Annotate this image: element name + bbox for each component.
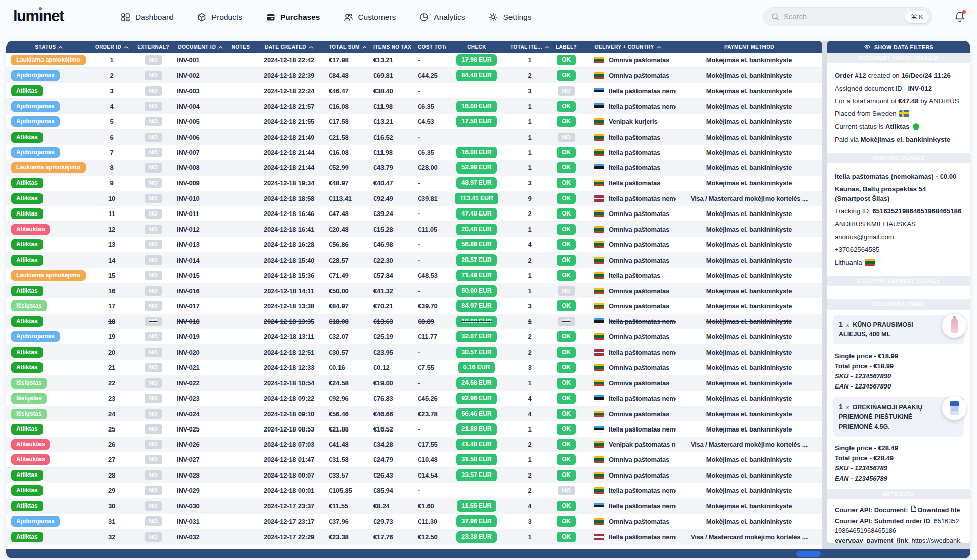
column-header-status[interactable]: STATUS bbox=[6, 44, 92, 50]
label-cell: OK bbox=[553, 252, 580, 268]
column-header-cost-total[interactable]: COST TOTAL bbox=[411, 44, 446, 50]
column-header-delivery-country[interactable]: DELIVERY + COUNTRY bbox=[580, 44, 676, 50]
sort-caret-icon[interactable] bbox=[218, 46, 223, 49]
label-cell: NO bbox=[553, 483, 580, 498]
column-header-external[interactable]: EXTERNAL? bbox=[132, 44, 175, 50]
sort-caret-icon[interactable] bbox=[309, 46, 313, 49]
table-row[interactable]: Atliktas6NOINV-0062024-12-18 21:49€21.58… bbox=[6, 130, 822, 145]
table-row[interactable]: Atliktas28NOINV-0282024-12-18 00:07€33.5… bbox=[6, 468, 822, 483]
link-text[interactable]: Download file bbox=[918, 506, 960, 514]
nav-item-settings[interactable]: Settings bbox=[488, 12, 531, 22]
search-bar[interactable]: ⌘ K bbox=[763, 7, 932, 26]
table-row[interactable]: Atliktas16NOINV-0162024-12-18 14:11€50.0… bbox=[6, 283, 822, 298]
table-row[interactable]: Atliktas13NOINV-0132024-12-18 16:28€56.8… bbox=[6, 237, 822, 252]
table-row[interactable]: Išsiųstas22NOINV-0222024-12-18 10:54€24.… bbox=[6, 375, 822, 391]
table-row[interactable]: Išsiųstas23NOINV-0232024-12-18 09:22€92.… bbox=[6, 391, 822, 406]
table-row[interactable]: Apdorojamas31NOINV-0312024-12-17 23:17€3… bbox=[6, 514, 822, 529]
table-row[interactable]: Apdorojamas5NOINV-0052024-12-18 21:55€17… bbox=[6, 114, 822, 130]
table-row[interactable]: Apdorojamas7NOINV-0072024-12-18 21:44€16… bbox=[6, 145, 822, 160]
external-cell: NO bbox=[132, 391, 175, 406]
search-input[interactable] bbox=[784, 13, 905, 21]
items-no-tax-cell: €13.21 bbox=[366, 114, 411, 129]
order-id-cell: 28 bbox=[92, 468, 132, 483]
table-row[interactable]: Išsiųstas17NOINV-0172024-12-18 13:38€84.… bbox=[6, 298, 822, 314]
nav-item-analytics[interactable]: Analytics bbox=[419, 12, 465, 22]
status-cell: Atliktas bbox=[6, 344, 92, 360]
date-created-cell: 2024-12-18 22:42 bbox=[256, 53, 322, 67]
show-data-filters-button[interactable]: SHOW DATA FILTERS bbox=[827, 41, 970, 53]
horizontal-scrollbar-thumb[interactable] bbox=[796, 551, 821, 557]
nav-item-customers[interactable]: Customers bbox=[343, 12, 396, 22]
table-row[interactable]: Atšauktas26NOINV-0262024-12-18 07:03€41.… bbox=[6, 437, 822, 452]
external-cell: NO bbox=[132, 53, 175, 67]
column-header-check[interactable]: CHECK bbox=[446, 44, 507, 50]
app-logo[interactable]: lumınet bbox=[13, 7, 64, 25]
table-row[interactable]: Atliktas18NOINV-0182024-12-18 13:35€18.0… bbox=[6, 314, 822, 329]
check-badge: 11.55 EUR bbox=[457, 500, 497, 512]
sort-caret-icon[interactable] bbox=[58, 46, 63, 49]
column-header-label[interactable]: LABEL? bbox=[553, 44, 580, 50]
nav-item-products[interactable]: Products bbox=[197, 12, 242, 22]
table-row[interactable]: Atšauktas12NOINV-0122024-12-18 16:41€20.… bbox=[6, 222, 822, 237]
table-row[interactable]: Laukiama apmokėjimo8NOINV-0082024-12-18 … bbox=[6, 160, 822, 176]
nav-item-dashboard[interactable]: Dashboard bbox=[120, 12, 174, 22]
delivery-country-cell: Itella paštomatas nemokamas bbox=[580, 483, 676, 498]
table-row[interactable]: Laukiama apmokėjimo1NOINV-0012024-12-18 … bbox=[6, 53, 822, 68]
status-badge: Atliktas bbox=[11, 470, 43, 481]
table-row[interactable]: Atliktas10NOINV-0102024-12-18 18:58€113.… bbox=[6, 191, 822, 206]
table-row[interactable]: Apdorojamas2NOINV-0022024-12-18 22:39€84… bbox=[6, 68, 822, 83]
table-row[interactable]: Atliktas14NOINV-0142024-12-18 15:40€28.5… bbox=[6, 252, 822, 268]
total-items-cell: 1 bbox=[507, 99, 553, 114]
document-item[interactable]: 1xKŪNO PRAUSIMOSI ALIEJUS, 400 MLSingle … bbox=[833, 315, 964, 390]
link-text[interactable]: 651635219864651968465186 bbox=[872, 207, 961, 215]
status-cell: Atliktas bbox=[6, 529, 92, 544]
notes-cell bbox=[226, 514, 256, 529]
table-row[interactable]: Atliktas21NOINV-0212024-12-18 12:33€0.16… bbox=[6, 360, 822, 375]
table-row[interactable]: Atliktas9NOINV-0092024-12-18 19:34€48.97… bbox=[6, 176, 822, 191]
delivery-country-cell: Omniva paštomatas bbox=[580, 468, 676, 483]
cost-total-cell: €48.53 bbox=[411, 268, 446, 282]
sort-caret-icon[interactable] bbox=[124, 46, 129, 49]
notifications-bell-button[interactable] bbox=[953, 10, 966, 23]
table-row[interactable]: Atliktas20NOINV-0202024-12-18 12:51€30.5… bbox=[6, 344, 822, 360]
table-row[interactable]: Apdorojamas19NOINV-0192024-12-18 13:11€3… bbox=[6, 329, 822, 344]
payment-method-cell: Visa / Mastercard mokėjimo kortelės ... bbox=[676, 191, 822, 206]
column-header-document-id[interactable]: DOCUMENT ID bbox=[175, 44, 226, 50]
order-id-cell: 2 bbox=[92, 68, 132, 83]
table-row[interactable]: Atliktas25NOINV-0252024-12-18 08:53€21.8… bbox=[6, 421, 822, 437]
table-row[interactable]: Laukiama apmokėjimo15NOINV-0152024-12-18… bbox=[6, 268, 822, 283]
column-header-items-no-tax[interactable]: ITEMS NO TAX bbox=[366, 44, 411, 50]
date-created-cell: 2024-12-18 10:54 bbox=[256, 375, 322, 391]
sort-caret-icon[interactable] bbox=[545, 46, 549, 49]
total-sum-cell: €17.98 bbox=[322, 53, 366, 67]
table-row[interactable]: Atliktas3NOINV-0032024-12-18 22:24€46.47… bbox=[6, 83, 822, 99]
table-row[interactable]: Atšauktas27NOINV-0272024-12-18 01:47€31.… bbox=[6, 452, 822, 467]
table-row[interactable]: Atliktas11NOINV-0112024-12-18 16:46€47.4… bbox=[6, 206, 822, 222]
column-header-total-ite[interactable]: TOTAL ITE... bbox=[507, 44, 553, 50]
table-row[interactable]: Išsiųstas24NOINV-0242024-12-18 09:10€56.… bbox=[6, 406, 822, 421]
horizontal-scrollbar-track[interactable] bbox=[6, 549, 970, 558]
sort-caret-icon[interactable] bbox=[657, 46, 661, 49]
notes-cell bbox=[226, 298, 256, 313]
document-item[interactable]: 1xDRĖKINAMOJI PAAKIŲ PRIEMONĖ PIEŠTUKINĖ… bbox=[833, 397, 964, 483]
sort-caret-icon[interactable] bbox=[362, 46, 366, 49]
external-badge: NO bbox=[145, 55, 162, 65]
table-row[interactable]: Apdorojamas4NOINV-0042024-12-18 21:57€16… bbox=[6, 99, 822, 114]
status-cell: Atliktas bbox=[6, 130, 92, 145]
table-row[interactable]: Atliktas30NOINV-0302024-12-17 23:37€11.5… bbox=[6, 498, 822, 513]
column-header-date-created[interactable]: DATE CREATED bbox=[256, 44, 322, 50]
country-flag-icon bbox=[594, 349, 604, 356]
column-header-payment-method[interactable]: PAYMENT METHOD bbox=[676, 44, 822, 50]
column-header-notes[interactable]: NOTES bbox=[226, 44, 256, 50]
column-header-total-sum[interactable]: TOTAL SUM bbox=[322, 44, 366, 50]
label-cell: NO bbox=[553, 283, 580, 298]
nav-item-purchases[interactable]: Purchases bbox=[266, 12, 320, 22]
order-id-cell: 6 bbox=[92, 130, 132, 145]
total-items-cell: 4 bbox=[507, 406, 553, 421]
status-badge: Laukiama apmokėjimo bbox=[11, 55, 86, 65]
table-row[interactable]: Atliktas32NOINV-0322024-12-17 22:29€23.3… bbox=[6, 529, 822, 544]
check-cell: 32.07 EUR bbox=[446, 329, 507, 344]
total-sum-cell: €41.48 bbox=[322, 437, 366, 452]
column-header-order-id[interactable]: ORDER ID bbox=[92, 44, 132, 50]
table-row[interactable]: Atliktas29NOINV-0292024-12-18 00:01€105.… bbox=[6, 483, 822, 498]
